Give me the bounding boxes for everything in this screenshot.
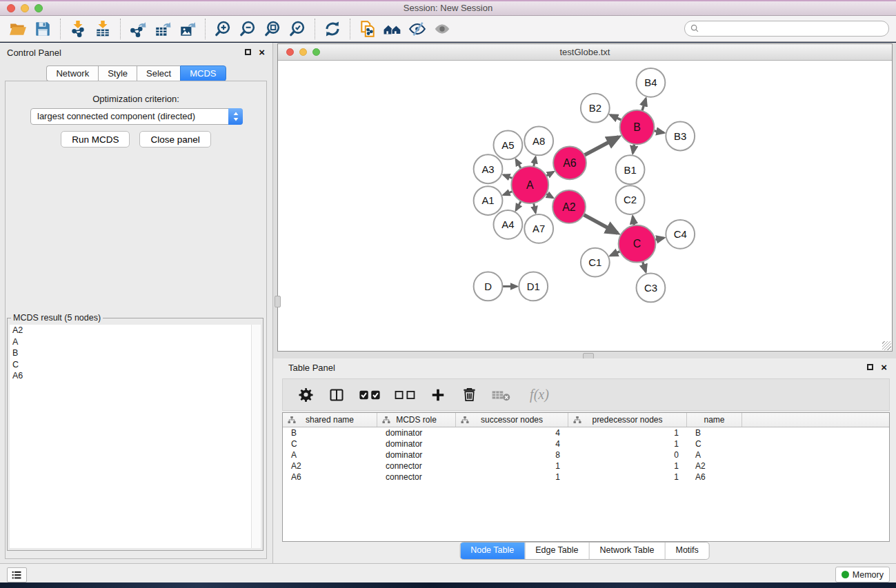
function-builder-button[interactable]: f(x) xyxy=(524,385,553,405)
export-network-button[interactable] xyxy=(126,18,150,40)
node-C1[interactable]: C1 xyxy=(581,248,610,277)
edge-C-C3[interactable] xyxy=(643,261,646,272)
delete-table-button[interactable] xyxy=(490,385,512,405)
tab-network-table[interactable]: Network Table xyxy=(590,543,666,559)
tab-edge-table[interactable]: Edge Table xyxy=(525,543,589,559)
tab-network[interactable]: Network xyxy=(46,65,98,81)
table-row[interactable]: A2connector11A2 xyxy=(283,460,889,472)
node-C2[interactable]: C2 xyxy=(616,185,645,214)
column-header-mcds-role[interactable]: MCDS role xyxy=(377,413,456,427)
node-B[interactable]: B xyxy=(620,110,655,145)
node-D[interactable]: D xyxy=(474,272,503,301)
home-button[interactable] xyxy=(380,18,405,40)
edge-A-A8[interactable] xyxy=(534,157,536,167)
column-header-successor-nodes[interactable]: successor nodes xyxy=(456,413,568,427)
refresh-button[interactable] xyxy=(320,18,345,40)
column-header-name[interactable]: name xyxy=(687,413,742,427)
mcds-result-item[interactable]: C xyxy=(10,359,261,371)
zoom-out-button[interactable] xyxy=(235,18,260,40)
save-session-button[interactable] xyxy=(30,18,55,40)
import-table-button[interactable] xyxy=(90,18,115,40)
close-panel-icon[interactable]: × xyxy=(259,48,265,57)
node-C3[interactable]: C3 xyxy=(637,274,666,303)
window-resize-grip[interactable] xyxy=(882,341,891,350)
tab-node-table[interactable]: Node Table xyxy=(460,543,525,559)
float-panel-icon[interactable] xyxy=(245,49,251,55)
node-B3[interactable]: B3 xyxy=(666,122,695,151)
dropdown-stepper-icon[interactable] xyxy=(228,108,243,125)
table-row[interactable]: Adominator80A xyxy=(283,449,889,460)
hide-details-button[interactable] xyxy=(405,18,430,40)
column-view-button[interactable] xyxy=(327,385,346,405)
run-mcds-button[interactable]: Run MCDS xyxy=(61,131,130,148)
add-column-button[interactable] xyxy=(428,385,448,405)
mcds-result-item[interactable]: A6 xyxy=(10,370,261,382)
edge-B-B3[interactable] xyxy=(654,131,664,133)
close-table-panel-icon[interactable]: × xyxy=(881,363,887,372)
mcds-result-scrollbar[interactable] xyxy=(251,325,261,548)
network-graph[interactable]: B4B2BB3A5A8A6A3AB1A1C2A2A4A7CC4C1C3DD1 xyxy=(278,61,892,351)
import-network-button[interactable] xyxy=(66,18,90,40)
node-A6[interactable]: A6 xyxy=(553,146,586,179)
node-A4[interactable]: A4 xyxy=(494,210,523,239)
edge-A-A4[interactable] xyxy=(516,201,521,210)
settings-button[interactable] xyxy=(296,385,315,405)
edge-A2-C[interactable] xyxy=(584,214,617,233)
node-A3[interactable]: A3 xyxy=(474,154,503,183)
memory-button[interactable]: Memory xyxy=(835,567,890,582)
edge-A-A7[interactable] xyxy=(534,203,536,213)
edge-A-A5[interactable] xyxy=(516,159,521,168)
node-A[interactable]: A xyxy=(511,166,548,203)
edge-C-C4[interactable] xyxy=(655,238,664,240)
zoom-in-button[interactable] xyxy=(210,18,235,40)
edge-C-C2[interactable] xyxy=(633,216,634,225)
network-canvas[interactable]: B4B2BB3A5A8A6A3AB1A1C2A2A4A7CC4C1C3DD1 xyxy=(278,61,892,351)
node-D1[interactable]: D1 xyxy=(519,272,548,301)
delete-column-button[interactable] xyxy=(459,385,479,405)
show-panels-button[interactable] xyxy=(7,567,27,582)
node-A5[interactable]: A5 xyxy=(494,131,523,160)
node-C4[interactable]: C4 xyxy=(666,220,695,249)
export-table-button[interactable] xyxy=(150,18,175,40)
tab-mcds[interactable]: MCDS xyxy=(180,65,226,81)
deselect-all-columns-button[interactable] xyxy=(393,385,417,405)
float-table-panel-icon[interactable] xyxy=(867,364,873,370)
vertical-splitter-handle[interactable] xyxy=(275,296,281,307)
criterion-dropdown[interactable]: largest connected component (directed) xyxy=(30,108,243,125)
column-function-icon[interactable] xyxy=(288,416,296,424)
mcds-result-item[interactable]: A xyxy=(10,336,261,348)
edge-A-A6[interactable] xyxy=(546,172,554,176)
close-panel-button[interactable]: Close panel xyxy=(139,131,210,148)
mcds-result-item[interactable]: B xyxy=(10,347,261,359)
column-header-predecessor-nodes[interactable]: predecessor nodes xyxy=(568,413,687,427)
show-details-button[interactable] xyxy=(430,18,455,40)
node-C[interactable]: C xyxy=(619,225,656,263)
tab-style[interactable]: Style xyxy=(98,65,137,81)
zoom-fit-button[interactable] xyxy=(260,18,285,40)
export-image-button[interactable] xyxy=(175,18,200,40)
edge-C-C1[interactable] xyxy=(610,252,620,256)
edge-A-A1[interactable] xyxy=(504,192,512,195)
table-row[interactable]: Bdominator41B xyxy=(283,427,889,438)
column-function-icon[interactable] xyxy=(573,416,581,424)
column-function-icon[interactable] xyxy=(461,416,469,424)
edge-B-B4[interactable] xyxy=(642,99,646,111)
column-function-icon[interactable] xyxy=(382,416,390,424)
node-B4[interactable]: B4 xyxy=(637,68,666,97)
node-A7[interactable]: A7 xyxy=(524,214,553,243)
node-A8[interactable]: A8 xyxy=(524,127,553,156)
column-header-shared-name[interactable]: shared name xyxy=(283,413,377,427)
open-session-button[interactable] xyxy=(6,18,30,40)
edge-A-A3[interactable] xyxy=(504,175,512,179)
tab-select[interactable]: Select xyxy=(137,65,180,81)
node-B2[interactable]: B2 xyxy=(581,94,610,123)
zoom-selected-button[interactable] xyxy=(285,18,310,40)
table-row[interactable]: Cdominator41C xyxy=(283,438,889,449)
node-B1[interactable]: B1 xyxy=(616,155,645,184)
duplicate-network-button[interactable] xyxy=(355,18,380,40)
node-A2[interactable]: A2 xyxy=(552,190,586,223)
edge-B-B2[interactable] xyxy=(610,115,621,120)
edge-B-B1[interactable] xyxy=(633,144,634,153)
node-A1[interactable]: A1 xyxy=(474,186,503,215)
mcds-result-item[interactable]: A2 xyxy=(10,325,261,336)
